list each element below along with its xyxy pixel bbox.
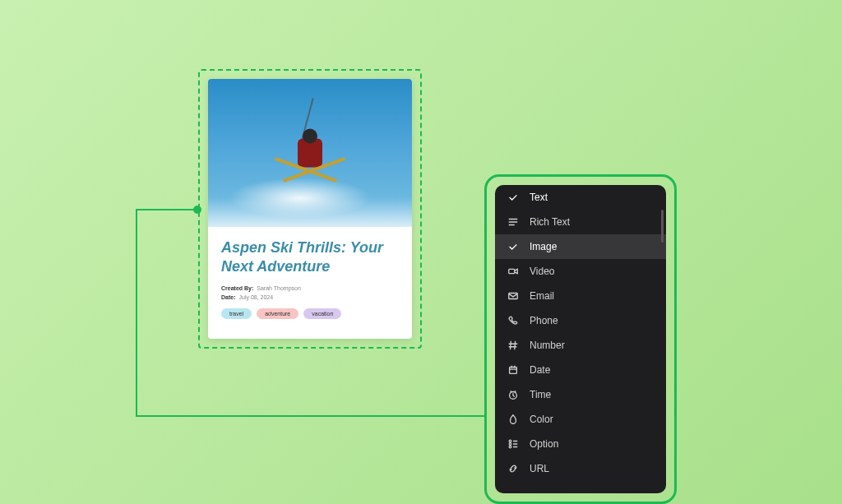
content-card: Aspen Ski Thrills: Your Next Adventure C…: [208, 79, 412, 339]
dropdown-item-label: Option: [530, 438, 558, 450]
dropdown-item-rich-text[interactable]: Rich Text: [495, 210, 666, 234]
connector-line: [136, 209, 137, 415]
dropdown-item-label: Number: [530, 340, 565, 351]
card-date: Date:July 08, 2024: [221, 294, 399, 300]
svg-rect-1: [509, 294, 518, 299]
dropdown-item-image[interactable]: Image: [495, 234, 666, 259]
created-by-label: Created By:: [221, 285, 253, 291]
phone-icon: [507, 314, 520, 327]
field-type-panel: Text Rich Text Image Video Email: [484, 174, 677, 504]
dropdown-item-date[interactable]: Date: [495, 358, 666, 382]
tag-vacation: vacation: [303, 308, 341, 319]
svg-rect-0: [509, 269, 515, 273]
card-created-by: Created By:Sarah Thompson: [221, 285, 399, 291]
dropdown-item-time[interactable]: Time: [495, 382, 666, 407]
url-icon: [507, 462, 520, 475]
svg-rect-2: [510, 368, 517, 374]
tag-adventure: adventure: [257, 308, 298, 319]
scrollbar[interactable]: [661, 210, 664, 243]
field-type-dropdown: Text Rich Text Image Video Email: [495, 185, 666, 493]
card-title: Aspen Ski Thrills: Your Next Adventure: [221, 238, 399, 275]
dropdown-item-url[interactable]: URL: [495, 456, 666, 481]
email-icon: [507, 289, 520, 303]
dropdown-item-phone[interactable]: Phone: [495, 308, 666, 333]
check-icon: [507, 191, 520, 204]
number-icon: [507, 339, 520, 352]
dropdown-item-label: Phone: [530, 315, 558, 326]
dropdown-item-label: Date: [530, 364, 550, 376]
dropdown-item-label: Color: [530, 414, 553, 425]
date-value: July 08, 2024: [239, 294, 274, 300]
dropdown-item-label: URL: [530, 463, 549, 474]
dropdown-item-label: Email: [530, 290, 554, 302]
dropdown-item-option[interactable]: Option: [495, 432, 666, 456]
date-icon: [507, 363, 520, 377]
dropdown-item-label: Image: [530, 241, 557, 252]
tag-travel: travel: [221, 308, 252, 319]
svg-point-4: [509, 440, 511, 442]
connector-line: [136, 209, 197, 210]
card-tags: travel adventure vacation: [221, 308, 399, 319]
dropdown-item-email[interactable]: Email: [495, 284, 666, 308]
dropdown-item-label: Rich Text: [530, 216, 570, 228]
video-icon: [507, 265, 520, 278]
dropdown-item-number[interactable]: Number: [495, 333, 666, 358]
color-icon: [507, 413, 520, 426]
rich-text-icon: [507, 215, 520, 229]
svg-point-6: [509, 446, 511, 448]
dropdown-item-video[interactable]: Video: [495, 259, 666, 284]
svg-point-5: [509, 443, 511, 446]
time-icon: [507, 388, 520, 401]
dropdown-item-label: Text: [530, 192, 548, 203]
option-icon: [507, 437, 520, 451]
check-icon: [507, 240, 520, 253]
date-label: Date:: [221, 294, 236, 300]
dropdown-item-color[interactable]: Color: [495, 407, 666, 432]
created-by-value: Sarah Thompson: [257, 285, 301, 291]
dropdown-item-text[interactable]: Text: [495, 185, 666, 210]
content-card-selection[interactable]: Aspen Ski Thrills: Your Next Adventure C…: [198, 69, 422, 349]
dropdown-item-label: Time: [530, 389, 551, 400]
card-hero-image: [208, 79, 412, 227]
dropdown-item-label: Video: [530, 266, 554, 277]
connector-line: [136, 415, 485, 417]
